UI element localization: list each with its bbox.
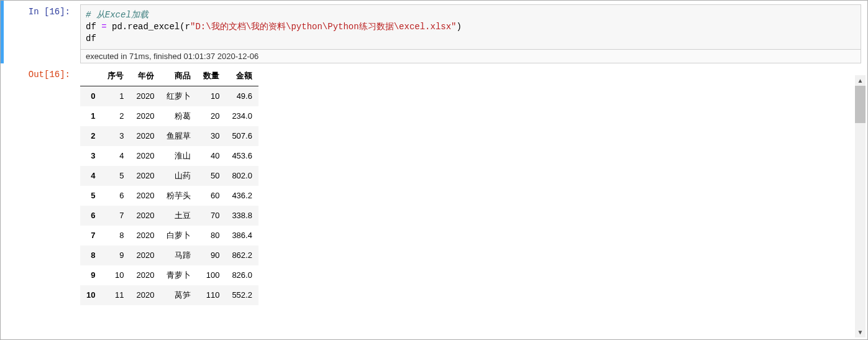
table-cell: 2020: [130, 186, 160, 206]
table-row: 782020白萝卜80386.4: [80, 226, 258, 246]
row-index: 3: [80, 146, 101, 166]
code-paren: ): [457, 22, 462, 32]
table-row: 10112020莴笋110552.2: [80, 285, 258, 305]
table-body: 012020红萝卜1049.6122020粉葛20234.0232020鱼腥草3…: [80, 86, 258, 305]
scrollbar-vertical[interactable]: ▲ ▼: [855, 75, 866, 338]
table-row: 232020鱼腥草30507.6: [80, 126, 258, 146]
table-cell: 土豆: [160, 206, 197, 226]
table-row: 9102020青萝卜100826.0: [80, 265, 258, 285]
table-column-header: 金额: [226, 66, 258, 86]
table-cell: 100: [197, 265, 226, 285]
out-prompt: Out[16]:: [4, 63, 75, 80]
table-cell: 862.2: [226, 246, 258, 265]
table-cell: 6: [101, 186, 130, 206]
table-cell: 白萝卜: [160, 226, 197, 246]
table-column-header: 序号: [101, 66, 130, 86]
table-cell: 10: [197, 86, 226, 106]
table-cell: 2: [101, 106, 130, 126]
table-cell: 红萝卜: [160, 86, 197, 106]
table-cell: 莴笋: [160, 285, 197, 305]
table-cell: 4: [101, 146, 130, 166]
row-index: 8: [80, 246, 101, 265]
table-cell: 234.0: [226, 106, 258, 126]
scroll-up-icon[interactable]: ▲: [855, 75, 866, 86]
table-cell: 802.0: [226, 166, 258, 186]
table-cell: 1: [101, 86, 130, 106]
table-cell: 552.2: [226, 285, 258, 305]
table-cell: 9: [101, 246, 130, 265]
table-cell: 11: [101, 285, 130, 305]
table-cell: 2020: [130, 146, 160, 166]
in-prompt: In [16]:: [4, 1, 75, 17]
table-column-header: 年份: [130, 66, 160, 86]
table-cell: 2020: [130, 86, 160, 106]
table-cell: 马蹄: [160, 246, 197, 265]
row-index: 9: [80, 265, 101, 285]
table-cell: 30: [197, 126, 226, 146]
notebook-container: In [16]: # 从Excel加载 df = pd.read_excel(r…: [0, 0, 868, 340]
code-op: =: [101, 22, 106, 32]
row-index: 7: [80, 226, 101, 246]
table-cell: 2020: [130, 265, 160, 285]
row-index: 5: [80, 186, 101, 206]
table-column-header: 数量: [197, 66, 226, 86]
table-cell: 826.0: [226, 265, 258, 285]
table-cell: 40: [197, 146, 226, 166]
table-row: 012020红萝卜1049.6: [80, 86, 258, 106]
table-cell: 5: [101, 166, 130, 186]
code-string: "D:\我的文档\我的资料\python\Python练习数据\excel.xl…: [190, 22, 456, 32]
table-cell: 3: [101, 126, 130, 146]
scrollbar-thumb[interactable]: [855, 86, 866, 123]
table-cell: 70: [197, 206, 226, 226]
table-cell: 453.6: [226, 146, 258, 166]
input-cell: In [16]: # 从Excel加载 df = pd.read_excel(r…: [1, 1, 867, 63]
table-cell: 鱼腥草: [160, 126, 197, 146]
row-index: 6: [80, 206, 101, 226]
table-cell: 80: [197, 226, 226, 246]
table-row: 342020淮山40453.6: [80, 146, 258, 166]
table-column-header: [80, 66, 101, 86]
table-cell: 山药: [160, 166, 197, 186]
output-area: 序号年份商品数量金额 012020红萝卜1049.6122020粉葛20234.…: [75, 63, 867, 305]
table-cell: 49.6: [226, 86, 258, 106]
table-cell: 2020: [130, 246, 160, 265]
table-cell: 507.6: [226, 126, 258, 146]
table-cell: 2020: [130, 226, 160, 246]
output-cell: Out[16]: 序号年份商品数量金额 012020红萝卜1049.612202…: [1, 63, 867, 305]
table-cell: 338.8: [226, 206, 258, 226]
code-input-area[interactable]: # 从Excel加载 df = pd.read_excel(r"D:\我的文档\…: [80, 4, 861, 63]
code-comment: # 从Excel加载: [86, 10, 148, 20]
table-cell: 淮山: [160, 146, 197, 166]
table-cell: 2020: [130, 166, 160, 186]
code-var: df: [86, 22, 101, 32]
table-row: 122020粉葛20234.0: [80, 106, 258, 126]
table-cell: 20: [197, 106, 226, 126]
table-cell: 粉芋头: [160, 186, 197, 206]
table-row: 892020马蹄90862.2: [80, 246, 258, 265]
table-row: 452020山药50802.0: [80, 166, 258, 186]
dataframe-table: 序号年份商品数量金额 012020红萝卜1049.6122020粉葛20234.…: [80, 66, 258, 305]
code-func: pd.read_excel(r: [107, 22, 190, 32]
table-cell: 50: [197, 166, 226, 186]
code-dfref: df: [86, 34, 96, 44]
table-cell: 436.2: [226, 186, 258, 206]
table-cell: 10: [101, 265, 130, 285]
table-row: 562020粉芋头60436.2: [80, 186, 258, 206]
table-cell: 8: [101, 226, 130, 246]
scroll-down-icon[interactable]: ▼: [855, 327, 866, 338]
table-cell: 7: [101, 206, 130, 226]
table-column-header: 商品: [160, 66, 197, 86]
table-cell: 2020: [130, 206, 160, 226]
table-cell: 90: [197, 246, 226, 265]
row-index: 4: [80, 166, 101, 186]
execution-info: executed in 71ms, finished 01:01:37 2020…: [81, 49, 861, 63]
code-content: # 从Excel加载 df = pd.read_excel(r"D:\我的文档\…: [81, 5, 861, 49]
row-index: 10: [80, 285, 101, 305]
row-index: 2: [80, 126, 101, 146]
table-cell: 青萝卜: [160, 265, 197, 285]
table-cell: 386.4: [226, 226, 258, 246]
table-cell: 粉葛: [160, 106, 197, 126]
table-cell: 2020: [130, 285, 160, 305]
row-index: 1: [80, 106, 101, 126]
table-cell: 110: [197, 285, 226, 305]
